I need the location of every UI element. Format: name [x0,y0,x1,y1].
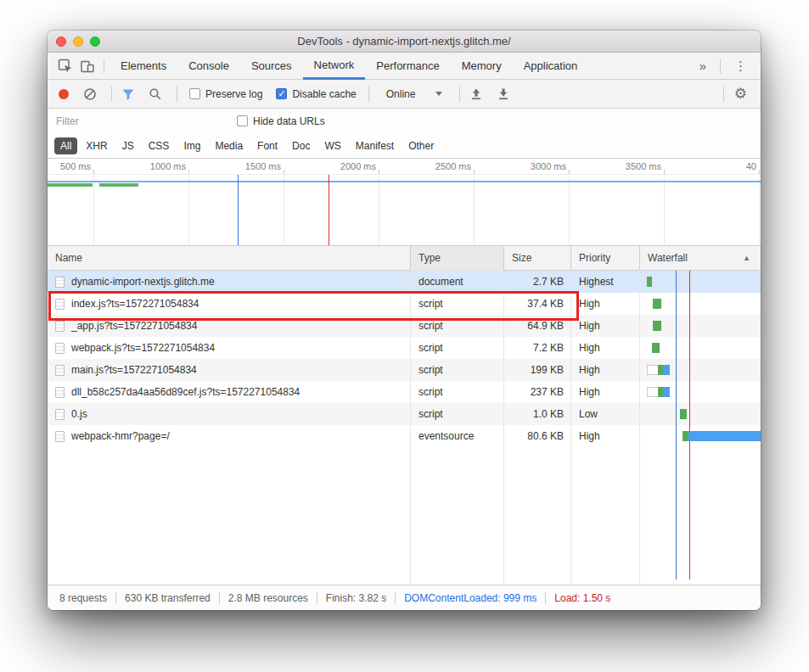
request-priority: High [571,315,640,337]
record-button[interactable] [59,89,69,99]
desktop-background: DevTools - dynamic-import-nextjs.glitch.… [0,0,809,672]
table-row[interactable]: main.js?ts=1572271054834 script 199 KB H… [48,359,761,381]
filter-pill-media[interactable]: Media [209,137,249,154]
checkbox-box[interactable] [237,115,248,126]
divider [459,87,460,102]
clear-button[interactable] [79,83,101,105]
preserve-log-checkbox[interactable]: Preserve log [189,88,262,100]
minimize-button[interactable] [73,36,83,47]
waterfall-header-label: Waterfall [648,252,688,264]
divider [111,87,112,102]
overview-long-request-bar [48,181,761,182]
sort-ascending-icon[interactable]: ▲ [743,246,750,270]
filter-pill-manifest[interactable]: Manifest [350,137,400,154]
request-name-cell: 0.js [48,403,411,425]
filter-pill-ws[interactable]: WS [318,137,346,154]
import-har-icon[interactable] [465,83,487,105]
more-tabs-button[interactable]: » [691,59,715,73]
checkbox-box[interactable] [189,88,200,99]
devtools-menu-button[interactable]: ⋮ [726,59,756,74]
inspect-element-icon[interactable] [54,55,76,77]
request-type: script [411,293,504,315]
waterfall-bar-green [647,277,652,287]
disable-cache-checkbox[interactable]: Disable cache [276,88,356,100]
waterfall-cell[interactable] [640,359,761,381]
settings-gear-icon[interactable]: ⚙ [729,85,752,103]
filter-pill-css[interactable]: CSS [143,137,176,154]
checkbox-box[interactable] [276,88,287,99]
tick-label: 40 [705,161,756,171]
filter-pill-doc[interactable]: Doc [286,137,316,154]
tab-elements[interactable]: Elements [110,53,177,80]
waterfall-cell[interactable] [640,381,761,403]
request-priority: High [571,381,640,403]
waterfall-cell[interactable] [640,403,761,425]
divider [368,87,369,102]
filter-pill-other[interactable]: Other [402,137,440,154]
tab-performance[interactable]: Performance [365,53,450,80]
device-toolbar-icon[interactable] [76,55,98,77]
waterfall-cell[interactable] [640,293,761,315]
dom-content-loaded-time: DOMContentLoaded: 999 ms [395,592,545,604]
column-header-size[interactable]: Size [504,246,571,271]
request-name-cell: webpack-hmr?page=/ [48,425,411,447]
tick-label: 3000 ms [515,161,566,171]
request-name: dynamic-import-nextjs.glitch.me [71,271,215,293]
timeline-ruler: 500 ms 1000 ms 1500 ms 2000 ms 2500 ms 3… [48,159,761,175]
search-icon[interactable] [144,83,166,105]
timeline-overview[interactable]: 500 ms 1000 ms 1500 ms 2000 ms 2500 ms 3… [48,159,761,246]
request-name: index.js?ts=1572271054834 [71,293,199,315]
filter-pill-img[interactable]: Img [177,137,206,154]
throttling-select[interactable]: Online [379,86,450,103]
tab-console[interactable]: Console [177,53,240,80]
filter-pill-js[interactable]: JS [116,137,140,154]
dcl-marker-line [238,175,239,245]
column-header-type[interactable]: Type [411,246,504,271]
filter-input[interactable] [56,115,230,127]
request-size: 37.4 KB [504,293,571,315]
load-time: Load: 1.50 s [545,592,619,604]
requests-table-body: dynamic-import-nextjs.glitch.me document… [48,271,761,585]
request-name: 0.js [71,403,87,425]
column-header-waterfall[interactable]: Waterfall ▲ [640,246,761,271]
waterfall-cell[interactable] [640,425,761,447]
filter-pill-all[interactable]: All [54,137,77,154]
close-button[interactable] [56,36,66,47]
tab-network[interactable]: Network [303,53,366,80]
table-row[interactable]: _app.js?ts=1572271054834 script 64.9 KB … [48,315,761,337]
tab-application[interactable]: Application [513,53,589,80]
file-icon [55,321,65,332]
table-row[interactable]: 0.js script 1.0 KB Low [48,403,761,425]
table-row[interactable]: dynamic-import-nextjs.glitch.me document… [48,271,761,293]
tick-label: 2000 ms [325,161,376,171]
request-priority: Low [571,403,640,425]
column-header-name[interactable]: Name [48,246,411,271]
tick-label: 1500 ms [230,161,281,171]
hide-data-urls-checkbox[interactable]: Hide data URLs [237,115,325,127]
overview-request-bar [48,183,93,187]
filter-pill-font[interactable]: Font [251,137,284,154]
dcl-marker-line [676,271,677,580]
table-row[interactable]: webpack.js?ts=1572271054834 script 7.2 K… [48,337,761,359]
waterfall-cell[interactable] [640,337,761,359]
waterfall-cell[interactable] [640,271,761,293]
request-type: document [411,271,504,293]
waterfall-cell[interactable] [640,315,761,337]
export-har-icon[interactable] [492,83,514,105]
titlebar[interactable]: DevTools - dynamic-import-nextjs.glitch.… [48,31,761,53]
filter-funnel-icon[interactable] [117,83,139,105]
column-header-priority[interactable]: Priority [571,246,640,271]
divider [720,59,721,74]
request-name-cell: _app.js?ts=1572271054834 [48,315,411,337]
tab-memory[interactable]: Memory [451,53,513,80]
filter-pill-xhr[interactable]: XHR [80,137,113,154]
zoom-button[interactable] [90,36,100,47]
tab-sources[interactable]: Sources [240,53,303,80]
table-row[interactable]: dll_b58c257da4aa56d89cef.js?ts=157227105… [48,381,761,403]
request-name-cell: index.js?ts=1572271054834 [48,293,411,315]
table-row[interactable]: webpack-hmr?page=/ eventsource 80.6 KB H… [48,425,761,447]
file-icon [55,299,65,310]
overview-chart[interactable] [48,175,761,245]
file-icon [55,387,65,398]
table-row[interactable]: index.js?ts=1572271054834 script 37.4 KB… [48,293,761,315]
